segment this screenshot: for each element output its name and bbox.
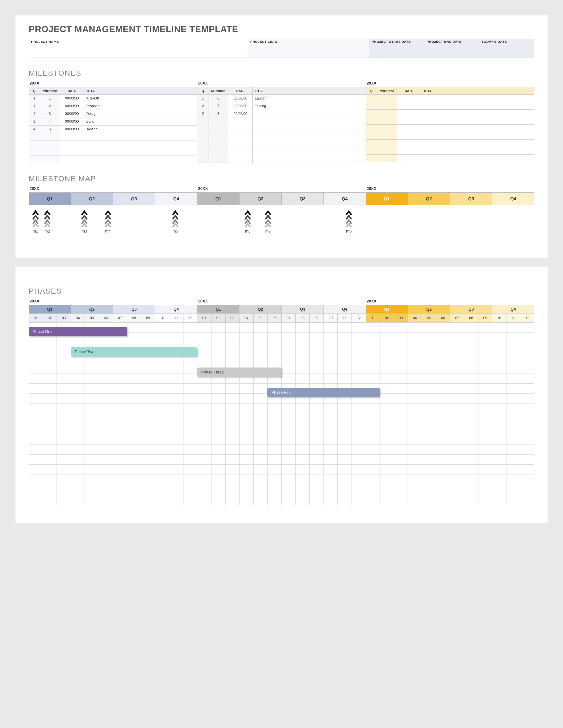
cell-q[interactable]	[366, 147, 377, 155]
phase-bar[interactable]: Phase Three	[197, 368, 282, 377]
cell-q[interactable]: 2	[29, 110, 40, 118]
cell-title[interactable]	[252, 155, 366, 163]
grid-cell[interactable]	[113, 414, 127, 424]
grid-cell[interactable]	[520, 454, 534, 465]
grid-cell[interactable]	[352, 343, 366, 353]
grid-cell[interactable]	[310, 465, 324, 475]
cell-title[interactable]	[421, 147, 534, 155]
grid-cell[interactable]	[324, 485, 338, 495]
grid-cell[interactable]	[506, 424, 520, 434]
grid-cell[interactable]	[253, 343, 267, 353]
grid-cell[interactable]	[57, 383, 71, 394]
grid-cell[interactable]	[450, 343, 464, 353]
grid-cell[interactable]	[211, 495, 225, 505]
grid-cell[interactable]	[436, 495, 450, 505]
grid-cell[interactable]	[324, 475, 338, 485]
grid-cell[interactable]	[29, 353, 43, 363]
grid-cell[interactable]	[338, 465, 352, 475]
grid-cell[interactable]	[211, 424, 225, 434]
grid-cell[interactable]	[99, 495, 113, 505]
grid-cell[interactable]	[520, 485, 534, 495]
table-row[interactable]	[197, 148, 366, 155]
grid-cell[interactable]	[57, 444, 71, 454]
table-row[interactable]: 2300/00/00Design	[29, 110, 197, 118]
grid-cell[interactable]	[450, 373, 464, 383]
grid-cell[interactable]	[324, 424, 338, 434]
grid-cell[interactable]	[71, 434, 85, 444]
cell-date[interactable]	[228, 133, 252, 140]
grid-cell[interactable]	[464, 424, 478, 434]
grid-cell[interactable]	[478, 404, 492, 414]
grid-cell[interactable]	[29, 444, 43, 454]
cell-date[interactable]: 00/00/00	[60, 110, 84, 118]
grid-cell[interactable]	[29, 373, 43, 383]
grid-cell[interactable]	[239, 343, 253, 353]
grid-cell[interactable]	[310, 485, 324, 495]
grid-cell[interactable]	[183, 465, 197, 475]
grid-cell[interactable]	[57, 343, 71, 353]
cell-date[interactable]	[228, 125, 252, 133]
grid-cell[interactable]	[183, 414, 197, 424]
grid-cell[interactable]	[436, 414, 450, 424]
grid-cell[interactable]	[366, 323, 380, 333]
grid-cell[interactable]	[253, 434, 267, 444]
cell-milestone[interactable]: 1	[40, 95, 60, 102]
cell-q[interactable]	[366, 140, 377, 147]
grid-cell[interactable]	[267, 404, 282, 414]
cell-q[interactable]	[197, 118, 208, 125]
grid-cell[interactable]	[338, 424, 352, 434]
grid-cell[interactable]	[394, 495, 408, 505]
grid-cell[interactable]	[197, 424, 211, 434]
grid-cell[interactable]	[352, 475, 366, 485]
grid-cell[interactable]	[267, 454, 282, 465]
grid-cell[interactable]	[450, 323, 464, 333]
grid-cell[interactable]	[450, 485, 464, 495]
grid-cell[interactable]	[296, 363, 310, 373]
grid-cell[interactable]	[169, 495, 183, 505]
grid-cell[interactable]	[380, 414, 394, 424]
cell-q[interactable]: 1	[29, 95, 40, 102]
grid-cell[interactable]	[225, 434, 239, 444]
grid-cell[interactable]	[492, 444, 506, 454]
grid-cell[interactable]	[464, 323, 478, 333]
grid-cell[interactable]	[422, 454, 436, 465]
grid-cell[interactable]	[71, 394, 85, 404]
grid-cell[interactable]	[29, 465, 43, 475]
grid-cell[interactable]	[422, 383, 436, 394]
grid-cell[interactable]	[253, 454, 267, 465]
grid-cell[interactable]	[282, 333, 296, 343]
value-start-date[interactable]	[369, 44, 424, 58]
cell-milestone[interactable]: 8	[208, 110, 228, 118]
grid-cell[interactable]	[211, 465, 225, 475]
grid-cell[interactable]	[366, 414, 380, 424]
grid-cell[interactable]	[296, 434, 310, 444]
cell-milestone[interactable]	[40, 141, 60, 148]
grid-cell[interactable]	[492, 465, 506, 475]
grid-cell[interactable]	[239, 495, 253, 505]
grid-cell[interactable]	[71, 404, 85, 414]
table-row[interactable]: 1100/00/00Kick-Off	[29, 95, 197, 102]
grid-cell[interactable]	[492, 475, 506, 485]
table-row[interactable]	[366, 155, 534, 162]
cell-q[interactable]: 1	[29, 102, 40, 110]
grid-cell[interactable]	[127, 454, 141, 465]
grid-cell[interactable]	[155, 373, 169, 383]
grid-cell[interactable]	[71, 414, 85, 424]
grid-cell[interactable]	[506, 323, 520, 333]
grid-cell[interactable]	[492, 434, 506, 444]
table-row[interactable]	[366, 132, 534, 140]
grid-cell[interactable]	[436, 485, 450, 495]
grid-cell[interactable]	[85, 485, 99, 495]
grid-cell[interactable]	[492, 363, 506, 373]
value-project-name[interactable]	[29, 44, 248, 58]
grid-cell[interactable]	[183, 323, 197, 333]
grid-cell[interactable]	[478, 373, 492, 383]
grid-cell[interactable]	[282, 353, 296, 363]
grid-cell[interactable]	[43, 363, 57, 373]
cell-title[interactable]	[252, 125, 366, 133]
grid-cell[interactable]	[310, 333, 324, 343]
grid-cell[interactable]	[450, 333, 464, 343]
grid-cell[interactable]	[520, 434, 534, 444]
grid-cell[interactable]	[324, 353, 338, 363]
phase-bar[interactable]: Phase Two	[71, 347, 197, 356]
